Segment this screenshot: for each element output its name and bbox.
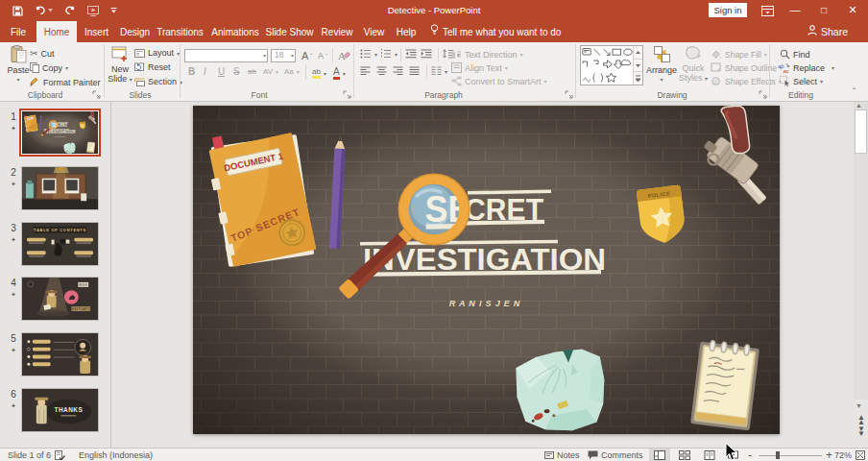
ribbon-display-options-icon[interactable] (761, 4, 774, 21)
section-button[interactable]: Section▾ (134, 77, 182, 86)
shape-effects-button[interactable]: Shape Effects▾ (711, 76, 782, 86)
font-dialog-launcher[interactable] (343, 90, 351, 99)
slide-thumbnail-4[interactable]: INVESTIGATION (21, 277, 99, 321)
decrease-font-size-button[interactable]: Aˇ (318, 51, 327, 61)
scroll-down-icon[interactable]: ▼ (856, 402, 862, 409)
clipboard-dialog-launcher[interactable] (92, 90, 101, 99)
normal-view-button[interactable] (649, 449, 670, 461)
slide-3-number: 3 (8, 223, 19, 233)
format-painter-button[interactable]: Format Painter (30, 77, 101, 87)
minimize-button[interactable]: — (784, 0, 806, 21)
tab-transitions[interactable]: Transitions (154, 21, 206, 42)
editing-group-label: Editing (774, 90, 828, 100)
tab-design[interactable]: Design (116, 21, 154, 42)
collapse-ribbon-icon[interactable]: ˆ (853, 86, 856, 96)
tab-insert[interactable]: Insert (81, 21, 112, 42)
scroll-up-icon[interactable]: ▲ (856, 102, 862, 109)
clear-formatting-button[interactable]: A (338, 50, 350, 61)
align-right-button[interactable] (393, 66, 403, 76)
increase-indent-button[interactable] (421, 49, 432, 59)
shape-outline-button[interactable]: Shape Outline▾ (711, 62, 783, 73)
tab-home[interactable]: Home (36, 21, 77, 42)
columns-icon (431, 66, 442, 76)
comments-button[interactable]: Comments (601, 449, 643, 461)
slide-counter[interactable]: Slide 1 of 6 (8, 449, 51, 461)
slide-thumbnail-2[interactable] (21, 166, 99, 210)
columns-button[interactable]: ▾ (431, 66, 447, 76)
align-left-button[interactable] (360, 66, 371, 76)
select-button[interactable]: Select▾ (780, 76, 823, 86)
shapes-gallery[interactable] (580, 45, 643, 85)
font-color-button[interactable]: A▾ (333, 66, 346, 80)
reading-view-button[interactable] (699, 449, 720, 461)
highlight-color-button[interactable]: ab▾ (312, 67, 326, 79)
next-slide-button[interactable]: ▼▼ (857, 426, 865, 436)
change-case-button[interactable]: Aa▾ (284, 67, 300, 76)
slide-thumbnail-6[interactable]: THANKS (21, 388, 99, 432)
tab-file[interactable]: File (6, 21, 31, 42)
svg-text:INVESTIGATION: INVESTIGATION (70, 307, 92, 311)
paste-dropdown[interactable]: ▾ (5, 75, 32, 85)
arrange-button[interactable]: Arrange ▾ (646, 45, 677, 85)
previous-slide-button[interactable]: ▲▲ (857, 415, 865, 425)
shape-fill-button[interactable]: Shape Fill▾ (711, 49, 767, 60)
increase-font-size-button[interactable]: Aˆ (301, 50, 312, 61)
zoom-in-button[interactable]: + (826, 449, 832, 461)
tab-animations[interactable]: Animations (208, 21, 262, 42)
share-button[interactable]: Share (808, 21, 848, 42)
text-shadow-button[interactable]: ab (248, 67, 256, 76)
bullets-button[interactable]: ▾ (360, 49, 377, 59)
font-name-combo[interactable]: ▾ (184, 49, 268, 62)
spell-check-icon[interactable] (55, 450, 65, 461)
bold-button[interactable]: B (188, 66, 195, 77)
character-spacing-button[interactable]: AV▾ (263, 67, 278, 76)
paragraph-dialog-launcher[interactable] (565, 90, 573, 99)
tell-me-box[interactable]: Tell me what you want to do (430, 21, 561, 42)
align-text-button[interactable]: Align Text▾ (451, 62, 508, 73)
fit-to-window-icon[interactable] (856, 450, 865, 461)
scrollbar-thumb[interactable] (855, 109, 867, 154)
notes-button[interactable]: Notes (557, 449, 580, 461)
drawing-dialog-launcher[interactable] (759, 90, 767, 99)
justify-button[interactable] (409, 66, 420, 76)
new-slide-button[interactable]: New Slide ▾ (107, 45, 133, 85)
slide-sorter-view-button[interactable] (674, 449, 695, 461)
slide-thumbnail-5[interactable] (21, 332, 99, 376)
maximize-button[interactable]: □ (813, 0, 834, 21)
italic-button[interactable]: I (204, 66, 206, 77)
tab-help[interactable]: Help (392, 21, 421, 42)
convert-smartart-button[interactable]: Convert to SmartArt▾ (451, 76, 547, 86)
language-indicator[interactable]: English (Indonesia) (79, 449, 153, 461)
slide-thumbnail-1[interactable] (21, 110, 99, 155)
slide-canvas[interactable]: DOCUMENT 1 TOP SECRET (193, 106, 780, 434)
underline-button[interactable]: U (218, 66, 225, 77)
reset-button[interactable]: Reset (134, 62, 171, 72)
layout-button[interactable]: Layout▾ (134, 48, 180, 58)
find-button[interactable]: Find (780, 49, 810, 60)
zoom-slider-thumb[interactable] (776, 451, 780, 459)
decrease-indent-button[interactable] (405, 49, 417, 59)
slide-6-animation-star: ✦ (8, 402, 19, 410)
zoom-out-button[interactable]: - (748, 449, 752, 461)
text-direction-button[interactable]: Text Direction▾ (451, 49, 523, 60)
strikethrough-button[interactable]: S (233, 66, 240, 77)
replace-button[interactable]: abacReplace▾ (778, 62, 834, 73)
zoom-level[interactable]: 72% (834, 449, 852, 461)
shapes-scroll[interactable] (633, 46, 642, 85)
tab-slide-show[interactable]: Slide Show (262, 21, 317, 42)
close-button[interactable]: ✕ (842, 0, 863, 21)
sign-in-button[interactable]: Sign in (709, 3, 747, 17)
paste-button[interactable]: Paste ▾ (5, 45, 32, 85)
copy-button[interactable]: Copy▾ (30, 62, 68, 73)
slide-editor-area[interactable]: DOCUMENT 1 TOP SECRET (112, 102, 868, 448)
slide-thumbnail-3[interactable]: TABLE OF CONTENTS (21, 222, 99, 266)
tab-view[interactable]: View (359, 21, 389, 42)
tab-review[interactable]: Review (319, 21, 355, 42)
numbering-button[interactable]: ▾ (380, 49, 398, 59)
quick-styles-button[interactable]: Quick Styles ▾ (678, 45, 709, 84)
zoom-slider-track[interactable] (759, 455, 822, 456)
align-center-button[interactable] (376, 66, 387, 76)
cut-button[interactable]: ✂Cut (30, 48, 54, 59)
font-size-combo[interactable]: 18▾ (271, 49, 296, 62)
vertical-scrollbar[interactable]: ▲ ▼ ▲▲ ▼▼ (851, 102, 868, 448)
